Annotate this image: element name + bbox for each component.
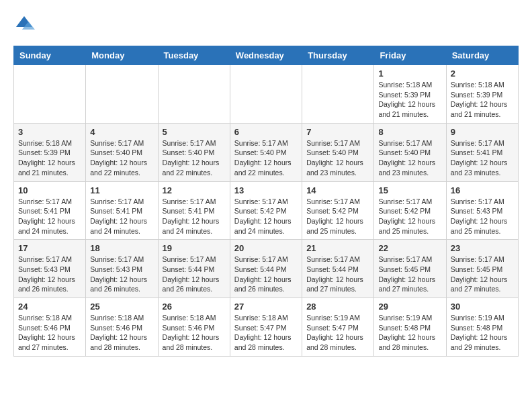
calendar-day-cell: 24Sunrise: 5:18 AMSunset: 5:46 PMDayligh… xyxy=(14,298,86,357)
day-number: 6 xyxy=(234,127,298,137)
calendar-week-row: 3Sunrise: 5:18 AMSunset: 5:39 PMDaylight… xyxy=(14,123,519,181)
weekday-header-friday: Friday xyxy=(374,46,446,65)
day-info: Sunrise: 5:17 AMSunset: 5:42 PMDaylight:… xyxy=(378,197,441,236)
calendar-day-cell: 4Sunrise: 5:17 AMSunset: 5:40 PMDaylight… xyxy=(86,123,158,181)
logo-icon xyxy=(13,13,35,35)
day-info: Sunrise: 5:17 AMSunset: 5:42 PMDaylight:… xyxy=(306,197,369,236)
day-info: Sunrise: 5:17 AMSunset: 5:43 PMDaylight:… xyxy=(18,255,81,294)
weekday-header-tuesday: Tuesday xyxy=(158,46,230,65)
day-info: Sunrise: 5:19 AMSunset: 5:48 PMDaylight:… xyxy=(451,313,514,353)
calendar-day-cell: 3Sunrise: 5:18 AMSunset: 5:39 PMDaylight… xyxy=(14,123,86,181)
day-info: Sunrise: 5:17 AMSunset: 5:41 PMDaylight:… xyxy=(18,197,81,236)
calendar-day-cell: 20Sunrise: 5:17 AMSunset: 5:44 PMDayligh… xyxy=(230,240,302,298)
day-info: Sunrise: 5:17 AMSunset: 5:43 PMDaylight:… xyxy=(451,197,514,236)
calendar-table: SundayMondayTuesdayWednesdayThursdayFrid… xyxy=(13,46,519,357)
day-number: 9 xyxy=(451,127,514,137)
calendar-day-cell xyxy=(86,65,158,124)
calendar-day-cell: 2Sunrise: 5:18 AMSunset: 5:39 PMDaylight… xyxy=(446,65,518,124)
calendar-day-cell: 12Sunrise: 5:17 AMSunset: 5:41 PMDayligh… xyxy=(158,181,230,240)
day-number: 15 xyxy=(378,185,441,195)
day-number: 28 xyxy=(306,302,369,312)
calendar-day-cell xyxy=(230,65,302,124)
calendar-day-cell: 27Sunrise: 5:18 AMSunset: 5:47 PMDayligh… xyxy=(230,298,302,357)
calendar-day-cell: 14Sunrise: 5:17 AMSunset: 5:42 PMDayligh… xyxy=(302,181,374,240)
day-info: Sunrise: 5:17 AMSunset: 5:40 PMDaylight:… xyxy=(234,138,298,178)
day-number: 30 xyxy=(451,302,514,312)
calendar-day-cell: 8Sunrise: 5:17 AMSunset: 5:40 PMDaylight… xyxy=(374,123,446,181)
day-number: 16 xyxy=(451,185,514,195)
weekday-header-wednesday: Wednesday xyxy=(230,46,302,65)
day-info: Sunrise: 5:17 AMSunset: 5:45 PMDaylight:… xyxy=(378,255,441,294)
calendar-day-cell: 30Sunrise: 5:19 AMSunset: 5:48 PMDayligh… xyxy=(446,298,518,357)
day-number: 23 xyxy=(451,243,514,253)
day-number: 5 xyxy=(163,127,226,137)
logo xyxy=(13,13,38,35)
day-number: 18 xyxy=(90,243,153,253)
day-info: Sunrise: 5:17 AMSunset: 5:40 PMDaylight:… xyxy=(90,138,153,178)
day-info: Sunrise: 5:19 AMSunset: 5:47 PMDaylight:… xyxy=(306,313,369,353)
day-info: Sunrise: 5:18 AMSunset: 5:46 PMDaylight:… xyxy=(18,313,81,353)
day-info: Sunrise: 5:17 AMSunset: 5:45 PMDaylight:… xyxy=(451,255,514,294)
day-number: 2 xyxy=(451,68,514,79)
day-info: Sunrise: 5:17 AMSunset: 5:43 PMDaylight:… xyxy=(90,255,153,294)
day-number: 19 xyxy=(163,243,226,253)
day-number: 29 xyxy=(378,302,441,312)
calendar-week-row: 24Sunrise: 5:18 AMSunset: 5:46 PMDayligh… xyxy=(14,298,519,357)
calendar-day-cell xyxy=(158,65,230,124)
day-info: Sunrise: 5:18 AMSunset: 5:39 PMDaylight:… xyxy=(451,80,514,120)
day-number: 20 xyxy=(234,243,298,253)
calendar-day-cell: 18Sunrise: 5:17 AMSunset: 5:43 PMDayligh… xyxy=(86,240,158,298)
day-number: 8 xyxy=(378,127,441,137)
day-info: Sunrise: 5:17 AMSunset: 5:40 PMDaylight:… xyxy=(378,138,441,178)
calendar-week-row: 1Sunrise: 5:18 AMSunset: 5:39 PMDaylight… xyxy=(14,65,519,124)
day-number: 26 xyxy=(163,302,226,312)
calendar-day-cell: 23Sunrise: 5:17 AMSunset: 5:45 PMDayligh… xyxy=(446,240,518,298)
calendar-day-cell xyxy=(14,65,86,124)
page-header xyxy=(13,13,519,35)
day-number: 7 xyxy=(306,127,369,137)
day-number: 24 xyxy=(18,302,81,312)
calendar-week-row: 10Sunrise: 5:17 AMSunset: 5:41 PMDayligh… xyxy=(14,181,519,240)
day-info: Sunrise: 5:19 AMSunset: 5:48 PMDaylight:… xyxy=(378,313,441,353)
calendar-day-cell: 17Sunrise: 5:17 AMSunset: 5:43 PMDayligh… xyxy=(14,240,86,298)
day-number: 13 xyxy=(234,185,298,195)
day-info: Sunrise: 5:18 AMSunset: 5:47 PMDaylight:… xyxy=(234,313,298,353)
day-info: Sunrise: 5:18 AMSunset: 5:39 PMDaylight:… xyxy=(378,80,441,120)
weekday-header-saturday: Saturday xyxy=(446,46,518,65)
calendar-day-cell: 9Sunrise: 5:17 AMSunset: 5:41 PMDaylight… xyxy=(446,123,518,181)
calendar-day-cell: 26Sunrise: 5:18 AMSunset: 5:46 PMDayligh… xyxy=(158,298,230,357)
calendar-day-cell: 11Sunrise: 5:17 AMSunset: 5:41 PMDayligh… xyxy=(86,181,158,240)
day-number: 3 xyxy=(18,127,81,137)
calendar-day-cell: 15Sunrise: 5:17 AMSunset: 5:42 PMDayligh… xyxy=(374,181,446,240)
day-info: Sunrise: 5:17 AMSunset: 5:40 PMDaylight:… xyxy=(163,138,226,178)
day-info: Sunrise: 5:17 AMSunset: 5:41 PMDaylight:… xyxy=(451,138,514,178)
day-info: Sunrise: 5:18 AMSunset: 5:46 PMDaylight:… xyxy=(163,313,226,353)
calendar-week-row: 17Sunrise: 5:17 AMSunset: 5:43 PMDayligh… xyxy=(14,240,519,298)
day-number: 25 xyxy=(90,302,153,312)
day-number: 27 xyxy=(234,302,298,312)
day-number: 14 xyxy=(306,185,369,195)
calendar-day-cell: 7Sunrise: 5:17 AMSunset: 5:40 PMDaylight… xyxy=(302,123,374,181)
day-info: Sunrise: 5:17 AMSunset: 5:44 PMDaylight:… xyxy=(306,255,369,294)
calendar-day-cell: 10Sunrise: 5:17 AMSunset: 5:41 PMDayligh… xyxy=(14,181,86,240)
calendar-day-cell: 25Sunrise: 5:18 AMSunset: 5:46 PMDayligh… xyxy=(86,298,158,357)
day-number: 17 xyxy=(18,243,81,253)
calendar-day-cell: 5Sunrise: 5:17 AMSunset: 5:40 PMDaylight… xyxy=(158,123,230,181)
day-number: 21 xyxy=(306,243,369,253)
day-info: Sunrise: 5:17 AMSunset: 5:44 PMDaylight:… xyxy=(234,255,298,294)
day-info: Sunrise: 5:18 AMSunset: 5:46 PMDaylight:… xyxy=(90,313,153,353)
day-number: 1 xyxy=(378,68,441,79)
calendar-day-cell: 19Sunrise: 5:17 AMSunset: 5:44 PMDayligh… xyxy=(158,240,230,298)
calendar-day-cell xyxy=(302,65,374,124)
calendar-header-row: SundayMondayTuesdayWednesdayThursdayFrid… xyxy=(14,46,519,65)
weekday-header-thursday: Thursday xyxy=(302,46,374,65)
calendar-day-cell: 16Sunrise: 5:17 AMSunset: 5:43 PMDayligh… xyxy=(446,181,518,240)
day-info: Sunrise: 5:17 AMSunset: 5:41 PMDaylight:… xyxy=(90,197,153,236)
weekday-header-sunday: Sunday xyxy=(14,46,86,65)
day-number: 22 xyxy=(378,243,441,253)
day-info: Sunrise: 5:17 AMSunset: 5:42 PMDaylight:… xyxy=(234,197,298,236)
weekday-header-monday: Monday xyxy=(86,46,158,65)
calendar-day-cell: 6Sunrise: 5:17 AMSunset: 5:40 PMDaylight… xyxy=(230,123,302,181)
calendar-day-cell: 13Sunrise: 5:17 AMSunset: 5:42 PMDayligh… xyxy=(230,181,302,240)
day-info: Sunrise: 5:17 AMSunset: 5:40 PMDaylight:… xyxy=(306,138,369,178)
